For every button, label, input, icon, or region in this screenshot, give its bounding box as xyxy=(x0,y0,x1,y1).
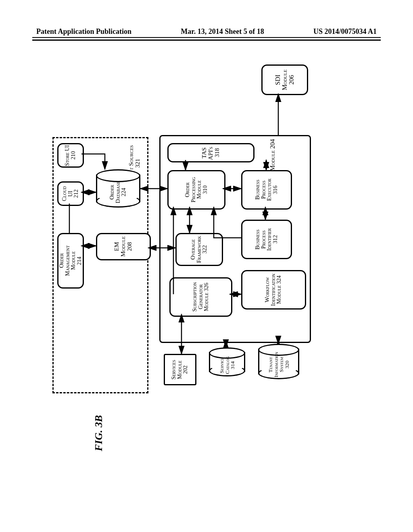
tas-apis-box: TAS API's 318 xyxy=(167,143,254,162)
workflow-identification-box: Workflow Identification Module 324 xyxy=(241,270,306,310)
store-ui-box: Store UI 210 xyxy=(57,143,84,168)
cloud-ui-box: Cloud UI 212 xyxy=(57,181,84,206)
header-right: US 2014/0075034 A1 xyxy=(313,27,377,36)
sdi-module-box: SDI Module 206 xyxy=(261,64,308,95)
patent-header: Patent Application Publication Mar. 13, … xyxy=(36,27,377,36)
page: Patent Application Publication Mar. 13, … xyxy=(0,0,413,532)
overage-framework-box: Overage Framework 322 xyxy=(175,233,223,266)
figure-3b-diagram: SDI Module 206 TAS Module 204 TAS API's … xyxy=(52,64,315,468)
figure-caption: FIG. 3B xyxy=(93,415,105,454)
header-rule-thick xyxy=(32,39,381,41)
business-process-executor-box: Business Process Executor 316 xyxy=(241,170,292,210)
order-processing-module-box: Order Processing Module 310 xyxy=(167,170,225,210)
subscription-generator-box: Subscription Generator Module 326 xyxy=(169,277,232,317)
sdi-module-label: SDI Module xyxy=(274,69,288,90)
header-center: Mar. 13, 2014 Sheet 5 of 18 xyxy=(181,27,264,36)
service-catalog-cylinder: Service Catalog 314 xyxy=(209,347,245,376)
order-database-cylinder: Order Database 224 xyxy=(96,169,140,208)
business-process-identifier-box: Business Process Identifier 312 xyxy=(241,220,292,259)
services-module-box: Services Module 202 xyxy=(164,354,196,385)
header-rule-thin xyxy=(32,37,381,38)
header-left: Patent Application Publication xyxy=(36,27,131,36)
tenant-info-cylinder: Tenant Information System 320 xyxy=(258,344,299,379)
em-module-box: EM Module 208 xyxy=(96,233,151,260)
order-management-module-box: Order Management Module 214 xyxy=(57,233,84,289)
sdi-module-num: 206 xyxy=(288,75,294,85)
